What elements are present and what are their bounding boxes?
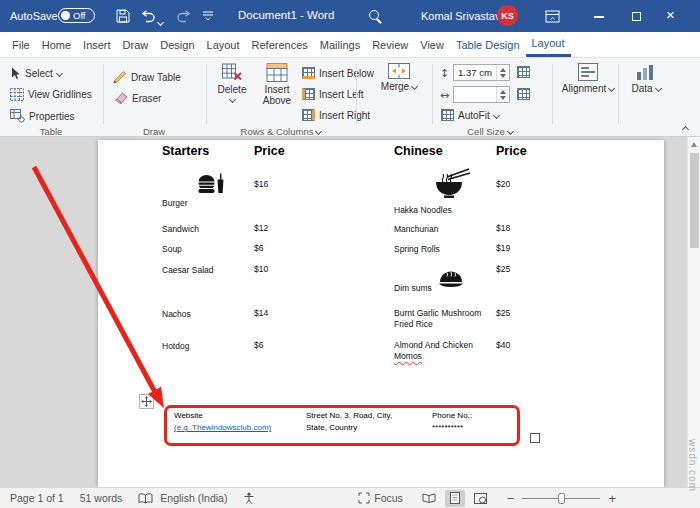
autofit-icon: [441, 109, 454, 121]
alignment-icon: [578, 63, 598, 81]
menu-item-name: Manchurian: [394, 224, 438, 234]
table-move-handle[interactable]: [139, 394, 154, 409]
chevron-down-icon: [411, 83, 418, 90]
language-indicator[interactable]: English (India): [160, 492, 227, 504]
dialog-launcher-icon[interactable]: [507, 128, 514, 135]
insert-above-button[interactable]: Insert Above: [254, 63, 300, 106]
select-label: Select: [25, 68, 53, 79]
customize-quick-access-icon: [202, 10, 214, 22]
maximize-button[interactable]: [632, 12, 641, 21]
menu-item-name: Hotdog: [162, 341, 189, 351]
tab-review[interactable]: Review: [366, 32, 414, 57]
column-width-icon: ↔: [440, 89, 449, 102]
stepper-up-icon[interactable]: [500, 90, 506, 94]
tab-layout[interactable]: Layout: [201, 32, 246, 57]
tab-file[interactable]: File: [6, 32, 36, 57]
dialog-launcher-icon[interactable]: [315, 128, 322, 135]
insert-left-button[interactable]: Insert Left: [302, 88, 363, 100]
delete-button[interactable]: Delete: [211, 63, 253, 102]
tab-home[interactable]: Home: [36, 32, 77, 57]
data-button[interactable]: Data: [624, 63, 668, 94]
undo-button[interactable]: [141, 10, 156, 25]
print-layout-button[interactable]: [445, 490, 465, 507]
customize-quick-access-button[interactable]: [202, 10, 214, 24]
collapse-ribbon-button[interactable]: [683, 118, 688, 136]
menu-item-name: Dim sums: [394, 283, 432, 293]
accessibility-button[interactable]: [243, 492, 255, 504]
scroll-up-icon[interactable]: [691, 142, 697, 147]
column-width-input[interactable]: [453, 86, 510, 103]
rows-columns-group-label: Rows & Columns: [208, 126, 354, 137]
distribute-rows-button[interactable]: [517, 66, 530, 78]
row-height-stepper[interactable]: [496, 65, 509, 80]
eraser-label: Eraser: [132, 93, 161, 104]
close-button[interactable]: ×: [666, 6, 675, 24]
zoom-slider[interactable]: [522, 498, 600, 499]
tab-insert[interactable]: Insert: [77, 32, 117, 57]
draw-table-label: Draw Table: [131, 72, 181, 83]
document-page[interactable]: Starters Price Chinese Price $16 Burger …: [98, 140, 664, 487]
properties-button[interactable]: Properties: [10, 109, 75, 123]
insert-below-icon: [302, 67, 315, 79]
redo-button[interactable]: [176, 10, 191, 25]
scrollbar-thumb[interactable]: [690, 153, 699, 248]
stepper-up-icon[interactable]: [500, 68, 506, 72]
menu-item-price: $16: [254, 179, 268, 189]
insert-right-button[interactable]: Insert Right: [302, 109, 370, 121]
zoom-in-button[interactable]: +: [608, 491, 616, 506]
stepper-down-icon[interactable]: [500, 74, 506, 78]
stepper-down-icon[interactable]: [500, 96, 506, 100]
vertical-scrollbar[interactable]: [687, 137, 700, 487]
focus-button[interactable]: Focus: [358, 492, 403, 504]
tab-design[interactable]: Design: [154, 32, 200, 57]
tab-table-layout-active[interactable]: Layout: [526, 32, 571, 57]
select-cursor-icon: [10, 67, 21, 80]
alignment-button[interactable]: Alignment: [560, 63, 616, 94]
zoom-out-button[interactable]: −: [507, 491, 515, 506]
title-bar: AutoSave Off Document1 - Word Komal Sriv…: [0, 0, 700, 32]
menu-item-name: Burger: [162, 198, 188, 208]
autofit-button[interactable]: AutoFit: [441, 109, 499, 121]
cell-size-group-label: Cell Size: [434, 126, 546, 137]
row-height-input[interactable]: 1.37 cm: [453, 64, 510, 81]
ribbon-display-options-button[interactable]: [545, 10, 560, 25]
menu-item-price: $10: [254, 264, 268, 274]
ribbon-display-options-icon: [545, 10, 560, 23]
tab-table-design[interactable]: Table Design: [450, 32, 526, 57]
eraser-button[interactable]: Eraser: [113, 92, 161, 104]
web-layout-button[interactable]: [471, 490, 491, 507]
draw-table-pencil-icon: [113, 70, 127, 84]
distribute-columns-icon: [517, 88, 530, 100]
draw-table-button[interactable]: Draw Table: [113, 70, 181, 84]
merge-cells-icon: [388, 63, 410, 79]
insert-above-icon: [266, 63, 288, 82]
user-name[interactable]: Komal Srivastava: [421, 10, 507, 22]
collapse-ribbon-icon: [682, 126, 689, 133]
column-width-stepper[interactable]: [496, 87, 509, 102]
avatar[interactable]: KS: [497, 5, 518, 26]
group-divider: [618, 64, 619, 124]
proofing-status-button[interactable]: [138, 493, 153, 504]
read-mode-button[interactable]: [419, 490, 439, 507]
page-indicator[interactable]: Page 1 of 1: [10, 492, 64, 504]
select-button[interactable]: Select: [10, 67, 62, 80]
document-title: Document1 - Word: [238, 9, 334, 21]
word-count[interactable]: 51 words: [80, 492, 123, 504]
distribute-columns-button[interactable]: [517, 88, 530, 100]
tab-mailings[interactable]: Mailings: [314, 32, 366, 57]
chevron-down-icon: [608, 85, 615, 92]
zoom-slider-thumb[interactable]: [558, 493, 565, 504]
search-icon[interactable]: [369, 10, 379, 20]
merge-button[interactable]: Merge: [372, 63, 426, 92]
menu-column-header: Starters: [162, 144, 209, 158]
tab-draw[interactable]: Draw: [117, 32, 155, 57]
view-gridlines-button[interactable]: View Gridlines: [10, 88, 92, 101]
tab-view[interactable]: View: [414, 32, 450, 57]
autosave-toggle[interactable]: Off: [58, 8, 95, 23]
save-button[interactable]: [116, 9, 130, 25]
watermark: wsdn.com: [687, 439, 698, 492]
undo-dropdown[interactable]: [158, 15, 163, 27]
tab-references[interactable]: References: [246, 32, 314, 57]
minimize-button[interactable]: [594, 16, 604, 18]
insert-below-button[interactable]: Insert Below: [302, 67, 374, 79]
